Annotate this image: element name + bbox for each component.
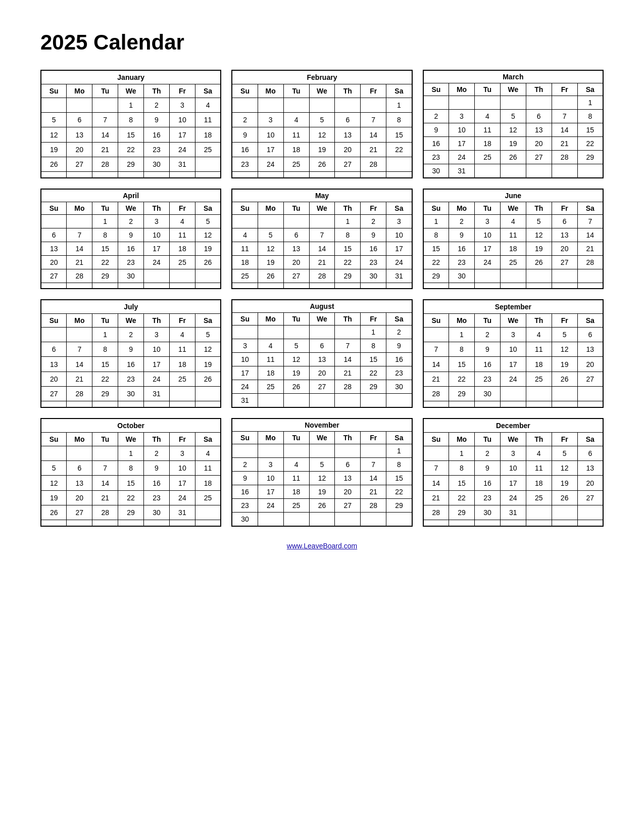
day-cell: 30 xyxy=(474,505,500,520)
day-cell: 16 xyxy=(118,357,144,372)
day-cell: 22 xyxy=(423,256,449,269)
week-row: 123 xyxy=(232,215,412,228)
day-cell: 23 xyxy=(474,372,500,386)
day-cell: 25 xyxy=(526,372,552,386)
day-cell xyxy=(92,98,118,113)
day-cell: 21 xyxy=(361,142,386,157)
day-cell: 27 xyxy=(67,505,92,520)
day-cell: 23 xyxy=(449,256,475,269)
day-cell: 18 xyxy=(169,357,195,372)
day-cell: 24 xyxy=(500,372,526,386)
day-cell: 10 xyxy=(258,127,283,142)
week-row: 19202122232425 xyxy=(41,142,221,157)
day-cell: 16 xyxy=(386,353,412,366)
day-header-su: Su xyxy=(423,202,449,215)
day-cell: 12 xyxy=(526,228,552,242)
day-cell: 23 xyxy=(118,372,144,386)
day-cell: 6 xyxy=(41,342,67,357)
month-title-september: September xyxy=(423,300,603,314)
week-row: 6789101112 xyxy=(41,342,221,357)
day-cell-empty xyxy=(386,283,412,289)
day-cell: 29 xyxy=(92,269,118,283)
day-cell: 25 xyxy=(195,142,221,157)
month-table-april: AprilSuMoTuWeThFrSa123456789101112131415… xyxy=(40,189,221,289)
day-cell-empty xyxy=(500,283,526,289)
week-row: 3031 xyxy=(423,164,603,178)
day-cell xyxy=(41,446,67,461)
day-header-sa: Sa xyxy=(577,202,603,215)
day-cell: 29 xyxy=(361,380,386,394)
day-cell: 6 xyxy=(283,228,309,242)
day-cell: 25 xyxy=(169,372,195,386)
day-cell: 5 xyxy=(500,110,526,123)
day-cell: 2 xyxy=(232,458,258,472)
day-cell: 4 xyxy=(526,328,552,342)
empty-row xyxy=(41,283,221,289)
day-cell-empty xyxy=(361,283,386,289)
day-cell: 9 xyxy=(232,127,258,142)
day-cell: 12 xyxy=(552,342,577,357)
day-cell: 14 xyxy=(92,476,118,490)
day-cell: 4 xyxy=(283,458,309,472)
week-row: 16171819202122 xyxy=(232,485,412,499)
day-cell: 15 xyxy=(577,123,603,137)
day-cell: 11 xyxy=(195,113,221,127)
day-cell: 18 xyxy=(526,357,552,372)
day-cell-empty xyxy=(118,283,144,289)
day-cell-empty xyxy=(526,283,552,289)
day-cell: 21 xyxy=(423,372,449,386)
day-cell: 19 xyxy=(309,485,335,499)
day-cell: 17 xyxy=(500,357,526,372)
day-cell: 6 xyxy=(335,113,361,127)
day-header-we: We xyxy=(309,432,335,444)
day-cell: 10 xyxy=(144,228,170,242)
day-cell xyxy=(335,98,361,113)
day-header-th: Th xyxy=(144,314,170,328)
day-cell: 26 xyxy=(309,499,335,513)
day-header-tu: Tu xyxy=(474,202,500,215)
day-cell: 15 xyxy=(92,357,118,372)
day-cell: 6 xyxy=(67,113,92,127)
week-row: 9101112131415 xyxy=(232,472,412,485)
day-cell: 30 xyxy=(474,386,500,401)
footer-link[interactable]: www.LeaveBoard.com xyxy=(40,542,604,550)
month-table-october: OctoberSuMoTuWeThFrSa1234567891011121314… xyxy=(40,418,221,527)
day-header-we: We xyxy=(309,84,335,98)
day-cell: 9 xyxy=(144,113,170,127)
day-cell: 22 xyxy=(335,256,361,269)
day-cell: 6 xyxy=(552,215,577,228)
day-cell: 7 xyxy=(423,461,449,476)
day-cell: 15 xyxy=(449,357,475,372)
day-cell: 2 xyxy=(449,215,475,228)
day-cell: 11 xyxy=(169,228,195,242)
empty-row xyxy=(423,520,603,526)
day-cell-empty xyxy=(283,283,309,289)
day-cell xyxy=(552,96,577,110)
day-cell: 10 xyxy=(500,342,526,357)
day-cell: 29 xyxy=(118,505,144,520)
day-cell xyxy=(526,96,552,110)
day-cell: 19 xyxy=(195,242,221,256)
day-cell: 13 xyxy=(41,242,67,256)
day-cell: 9 xyxy=(474,342,500,357)
week-row: 16171819202122 xyxy=(423,137,603,151)
day-cell xyxy=(232,215,258,228)
day-cell: 17 xyxy=(258,142,283,157)
day-cell: 26 xyxy=(552,490,577,505)
day-cell: 19 xyxy=(552,357,577,372)
day-cell-empty xyxy=(386,172,412,178)
day-cell: 22 xyxy=(361,366,386,380)
day-cell: 5 xyxy=(195,215,221,228)
day-cell: 19 xyxy=(195,357,221,372)
day-cell: 11 xyxy=(283,127,309,142)
day-cell-empty xyxy=(258,283,283,289)
week-row: 18192021222324 xyxy=(232,256,412,269)
day-cell: 14 xyxy=(423,476,449,490)
day-cell xyxy=(258,326,283,339)
day-cell: 21 xyxy=(577,242,603,256)
day-cell xyxy=(423,328,449,342)
day-cell: 28 xyxy=(361,499,386,513)
day-cell: 9 xyxy=(474,461,500,476)
day-header-th: Th xyxy=(526,433,552,446)
day-cell: 15 xyxy=(335,242,361,256)
